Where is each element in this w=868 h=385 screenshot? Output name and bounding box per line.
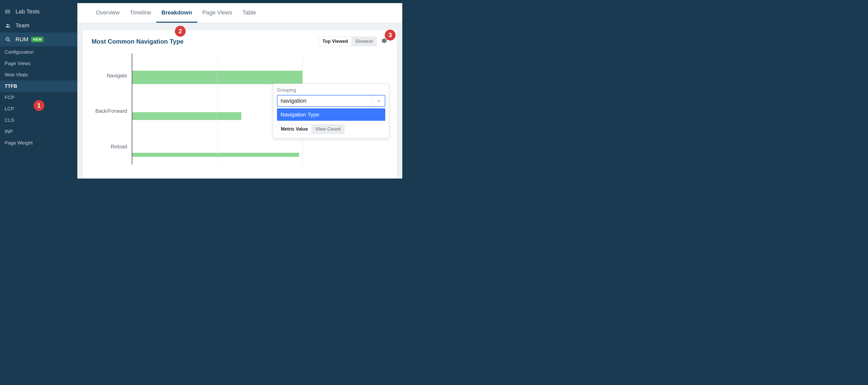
team-icon [5, 22, 11, 29]
panel-title: Most Common Navigation Type [92, 38, 184, 45]
toggle-metric-value[interactable]: Metric Value [277, 125, 312, 134]
sort-toggle: Top Viewed Slowest [319, 37, 377, 46]
sidebar-sub-configuration[interactable]: Configuration [0, 47, 78, 58]
panel-header: Most Common Navigation Type Top Viewed S… [92, 37, 388, 46]
toggle-top-viewed[interactable]: Top Viewed [319, 37, 352, 46]
sidebar-sub-page-views[interactable]: Page Views [0, 58, 78, 69]
chart-bar [132, 112, 241, 120]
chart-y-labels: Navigate Back/Forward Reload [92, 53, 132, 165]
sidebar-item-lab-tests[interactable]: Lab Tests [0, 5, 78, 19]
main-content: Overview Timeline Breakdown Page Views T… [78, 0, 402, 179]
annotation-marker-3: 3 [385, 30, 396, 40]
tab-bar: Overview Timeline Breakdown Page Views T… [78, 3, 402, 23]
svg-point-5 [6, 13, 6, 13]
panel-controls: Top Viewed Slowest [319, 37, 388, 46]
svg-line-9 [9, 40, 10, 41]
sidebar: Lab Tests Team RUM NEW Configuration Pag… [0, 0, 78, 179]
chevron-down-icon[interactable] [372, 95, 385, 106]
svg-point-7 [8, 24, 9, 26]
sidebar-sub-cls[interactable]: CLS [0, 115, 78, 126]
svg-point-3 [6, 10, 6, 10]
sidebar-item-rum[interactable]: RUM NEW [0, 32, 78, 47]
sidebar-sub-page-weight[interactable]: Page Weight [0, 137, 78, 149]
chart-panel: Most Common Navigation Type Top Viewed S… [83, 30, 397, 179]
annotation-marker-2: 2 [175, 26, 186, 37]
sidebar-sub-inp[interactable]: INP [0, 126, 78, 137]
sidebar-item-label: RUM [16, 36, 28, 43]
tab-breakdown[interactable]: Breakdown [156, 3, 197, 23]
toggle-slowest[interactable]: Slowest [352, 37, 376, 46]
svg-point-4 [6, 11, 6, 12]
search-analytics-icon [5, 36, 11, 43]
grouping-input[interactable] [277, 95, 372, 106]
chart-bar [132, 153, 299, 157]
metric-toggle: Metric Value View Count [277, 124, 344, 134]
tab-table[interactable]: Table [237, 3, 261, 23]
sidebar-item-label: Lab Tests [16, 8, 40, 15]
svg-point-6 [6, 24, 8, 25]
sidebar-sub-web-vitals[interactable]: Web Vitals [0, 69, 78, 81]
gear-icon [381, 38, 387, 45]
toggle-view-count[interactable]: View Count [312, 125, 344, 134]
tab-timeline[interactable]: Timeline [125, 3, 156, 23]
chart-category-label: Back/Forward [95, 93, 127, 129]
chart-category-label: Navigate [107, 58, 127, 93]
grouping-popover: Grouping Navigation Type Metric Value Vi… [273, 84, 389, 138]
list-icon [5, 8, 11, 15]
tab-overview[interactable]: Overview [91, 3, 125, 23]
chart-gridline [217, 53, 218, 165]
grouping-option-navigation-type[interactable]: Navigation Type [277, 108, 385, 121]
sidebar-item-label: Team [16, 22, 29, 29]
grouping-label: Grouping [277, 87, 385, 93]
sidebar-item-team[interactable]: Team [0, 19, 78, 32]
new-badge: NEW [31, 37, 44, 42]
chart-bar-row [132, 136, 388, 174]
annotation-marker-1: 1 [33, 100, 44, 111]
grouping-combobox[interactable] [277, 95, 385, 107]
tab-page-views[interactable]: Page Views [197, 3, 238, 23]
chart-category-label: Reload [111, 129, 127, 165]
sidebar-sub-ttfb[interactable]: TTFB [0, 81, 78, 92]
